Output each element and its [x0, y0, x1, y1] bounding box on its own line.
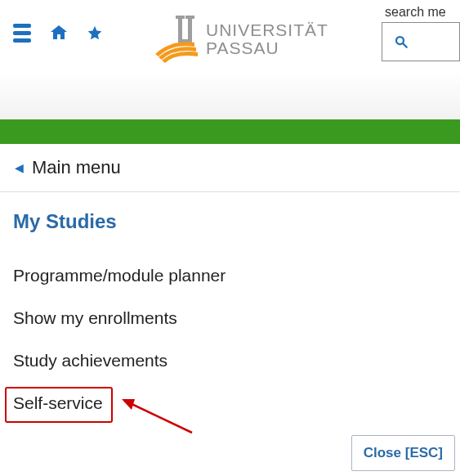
header-icons: [13, 23, 103, 43]
main-content: My Studies Programme/module planner Show…: [0, 192, 460, 424]
svg-rect-3: [176, 16, 185, 19]
logo-line1: UNIVERSITÄT: [206, 21, 328, 39]
menu-item-show-enrollments[interactable]: Show my enrollments: [13, 297, 177, 339]
menu-item-programme-planner[interactable]: Programme/module planner: [13, 254, 226, 297]
close-button[interactable]: Close [ESC]: [351, 435, 455, 471]
search-area: search me: [382, 5, 460, 61]
section-title: My Studies: [13, 210, 447, 233]
menu-item-study-achievements[interactable]: Study achievements: [13, 339, 167, 382]
svg-rect-4: [185, 16, 194, 19]
breadcrumb-label: Main menu: [32, 157, 121, 178]
header: UNIVERSITÄT PASSAU search me: [0, 0, 460, 119]
menu-icon[interactable]: [13, 24, 31, 43]
logo-text: UNIVERSITÄT PASSAU: [206, 21, 328, 57]
green-accent-bar: [0, 119, 460, 144]
search-input[interactable]: [382, 22, 460, 61]
svg-rect-0: [178, 18, 182, 43]
svg-line-6: [403, 43, 407, 47]
chevron-left-icon: ◀: [15, 161, 24, 174]
home-icon[interactable]: [49, 23, 69, 43]
search-icon: [394, 34, 409, 49]
search-label: search me: [385, 5, 446, 20]
star-icon[interactable]: [87, 25, 103, 41]
logo-line2: PASSAU: [206, 39, 328, 57]
menu-list: Programme/module planner Show my enrollm…: [13, 254, 447, 424]
menu-item-self-service[interactable]: Self-service: [13, 382, 103, 424]
svg-rect-1: [188, 18, 192, 43]
university-logo[interactable]: UNIVERSITÄT PASSAU: [155, 15, 328, 64]
logo-mark-icon: [155, 15, 212, 64]
breadcrumb[interactable]: ◀ Main menu: [0, 144, 460, 192]
